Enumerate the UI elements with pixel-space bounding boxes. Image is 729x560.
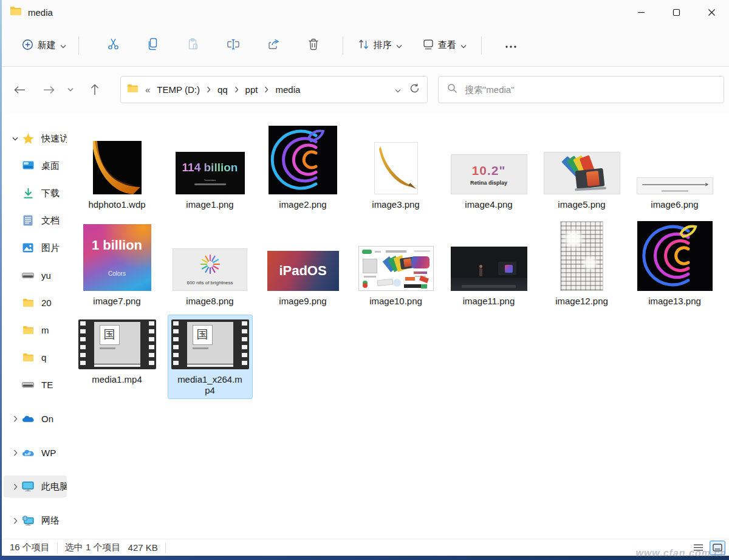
desktop-icon xyxy=(22,160,34,172)
file-item-image13.png[interactable]: image13.png xyxy=(628,216,721,310)
sort-button-label: 排序 xyxy=(374,39,392,51)
copy-button[interactable] xyxy=(140,33,166,58)
breadcrumb-item[interactable]: TEMP (D:) xyxy=(153,83,204,97)
chevron-icon[interactable] xyxy=(9,449,22,456)
sidebar-item-20[interactable]: 20 xyxy=(4,292,67,313)
file-item-image8.png[interactable]: 600 nits of brightness image8.png xyxy=(163,216,256,310)
file-item-media1_x264.mp4[interactable]: 国 media1_x264.mp4 xyxy=(163,315,256,400)
sidebar-item-On[interactable]: On xyxy=(4,408,67,429)
sidebar-item-label: 快速访问 xyxy=(41,133,67,145)
search-icon xyxy=(447,83,457,96)
divider xyxy=(57,542,58,553)
file-item-image7.png[interactable]: 1 billionColors image7.png xyxy=(70,216,163,310)
sidebar-item-文档[interactable]: 文档 xyxy=(4,210,67,231)
chevron-icon[interactable] xyxy=(9,415,22,422)
divider xyxy=(481,36,482,55)
sidebar-item-label: 图片 xyxy=(41,242,60,254)
file-item-image3.png[interactable]: image3.png xyxy=(349,119,442,213)
file-thumbnail xyxy=(637,221,713,291)
sidebar-item-label: TE xyxy=(41,380,53,390)
minimize-button[interactable] xyxy=(623,0,659,24)
sort-button[interactable]: 排序 xyxy=(352,34,408,56)
file-name: image5.png xyxy=(558,199,605,211)
file-item-image1.png[interactable]: 114 billionTransistors image1.png xyxy=(163,119,256,213)
file-name: media1_x264.mp4 xyxy=(176,374,245,397)
pictures-icon xyxy=(22,242,34,254)
file-item-media1.mp4[interactable]: 国 media1.mp4 xyxy=(70,315,163,400)
sidebar-item-快速访问[interactable]: 快速访问 xyxy=(4,128,67,149)
plus-circle-icon xyxy=(22,39,33,52)
file-name: image6.png xyxy=(651,199,698,211)
file-item-image6.png[interactable]: image6.png xyxy=(628,119,721,213)
sidebar-item-yu[interactable]: yu xyxy=(4,264,67,286)
file-item-image5.png[interactable]: image5.png xyxy=(535,119,628,213)
sidebar-item-label: 桌面 xyxy=(41,160,60,172)
up-button[interactable] xyxy=(83,79,107,101)
search-box[interactable] xyxy=(438,76,724,103)
chevron-icon[interactable] xyxy=(9,517,22,524)
divider xyxy=(165,542,166,553)
share-button[interactable] xyxy=(260,33,287,58)
sidebar-item-此电脑[interactable]: 此电脑 xyxy=(4,476,67,497)
breadcrumb-overflow[interactable]: « xyxy=(145,84,151,95)
file-item-image9.png[interactable]: iPadOS image9.png xyxy=(256,216,349,310)
chevron-down-icon xyxy=(396,40,402,50)
new-button-label: 新建 xyxy=(38,39,56,51)
scissors-icon xyxy=(107,38,120,53)
paste-button[interactable] xyxy=(180,33,207,58)
file-thumbnail: 国 xyxy=(171,319,249,369)
view-layout-icon xyxy=(423,39,434,52)
breadcrumb-item[interactable]: media xyxy=(272,83,304,97)
new-button[interactable]: 新建 xyxy=(16,34,72,57)
file-item-image12.png[interactable]: image12.png xyxy=(535,216,628,310)
file-thumbnail: 国 xyxy=(78,319,156,369)
address-dropdown-chevron[interactable] xyxy=(395,84,401,95)
sidebar-item-TE[interactable]: TE xyxy=(4,374,67,395)
maximize-button[interactable] xyxy=(659,0,694,24)
file-row: 国 media1.mp4 国 media1_x264.mp4 xyxy=(70,315,729,400)
breadcrumb-item[interactable]: ppt xyxy=(242,83,262,97)
folder-icon xyxy=(10,6,22,18)
file-item-image2.png[interactable]: image2.png xyxy=(256,119,349,213)
file-item-image4.png[interactable]: 10.2"Retina display image4.png xyxy=(442,119,535,213)
file-thumbnail xyxy=(269,126,337,194)
back-button[interactable] xyxy=(7,79,32,101)
sidebar-item-q[interactable]: q xyxy=(4,346,67,368)
delete-button[interactable] xyxy=(300,33,327,58)
file-thumbnail xyxy=(637,177,713,194)
sidebar-item-m[interactable]: m xyxy=(4,319,67,341)
recent-locations-chevron[interactable] xyxy=(62,79,79,101)
file-item-image10.png[interactable]: image10.png xyxy=(349,216,442,310)
view-button[interactable]: 查看 xyxy=(417,34,473,56)
chevron-icon[interactable] xyxy=(9,137,22,141)
drive-icon xyxy=(22,378,34,391)
sidebar-item-WP[interactable]: WP xyxy=(4,442,67,463)
drive-icon xyxy=(22,269,34,281)
wps-cloud-icon xyxy=(22,446,34,459)
sidebar-item-下载[interactable]: 下载 xyxy=(4,182,67,204)
sidebar-item-网络[interactable]: 网络 xyxy=(4,510,67,531)
refresh-icon[interactable] xyxy=(409,83,420,96)
file-thumbnail xyxy=(374,142,418,194)
close-button[interactable] xyxy=(694,0,729,24)
breadcrumb: «TEMP (D:)qqpptmedia xyxy=(145,83,395,97)
breadcrumb-item[interactable]: qq xyxy=(214,83,231,97)
file-row: hdphoto1.wdp 114 billionTransistors imag… xyxy=(70,119,729,213)
more-options-button[interactable] xyxy=(498,33,524,58)
file-name: image3.png xyxy=(372,199,419,211)
chevron-icon[interactable] xyxy=(9,483,22,490)
address-bar[interactable]: «TEMP (D:)qqpptmedia xyxy=(120,76,428,103)
forward-button[interactable] xyxy=(36,79,61,101)
rename-button[interactable] xyxy=(220,33,247,58)
search-input[interactable] xyxy=(465,84,715,95)
file-item-hdphoto1.wdp[interactable]: hdphoto1.wdp xyxy=(70,119,163,213)
ellipsis-icon xyxy=(505,40,517,51)
file-row: 1 billionColors image7.png 600 nits of b… xyxy=(70,216,729,310)
cut-button[interactable] xyxy=(100,33,126,58)
sidebar-item-桌面[interactable]: 桌面 xyxy=(4,155,67,177)
video-poster: 国 xyxy=(193,325,213,345)
file-item-image11.png[interactable]: image11.png xyxy=(442,216,535,310)
sidebar-item-图片[interactable]: 图片 xyxy=(4,237,67,259)
watermark: www.cfan.com.cn xyxy=(635,548,727,559)
sidebar-item-label: 文档 xyxy=(41,215,60,227)
